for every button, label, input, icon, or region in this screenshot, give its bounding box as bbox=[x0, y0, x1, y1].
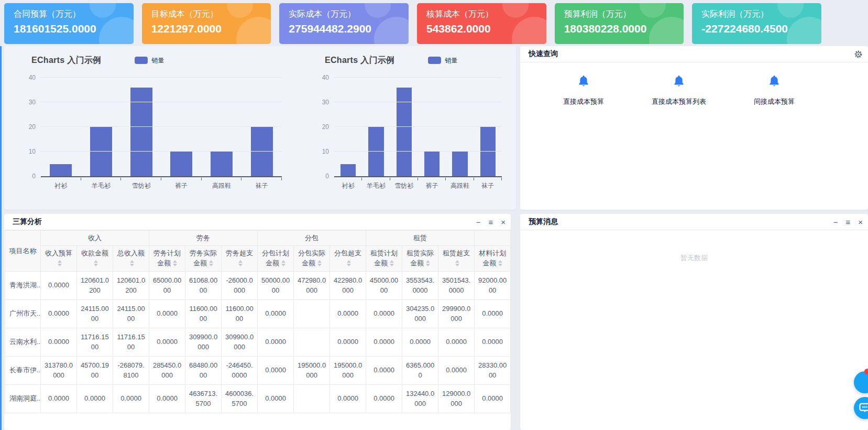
kpi-card-value: -227224680.4500 bbox=[701, 23, 821, 35]
sort-icon[interactable] bbox=[173, 258, 177, 268]
quick-query-items: 直接成本预算直接成本预算列表间接成本预算 bbox=[520, 62, 868, 106]
bar[interactable] bbox=[251, 127, 273, 176]
column-header[interactable]: 分包计划金额 bbox=[258, 245, 294, 271]
bar[interactable] bbox=[452, 152, 467, 176]
chart-title: ECharts 入门示例 bbox=[31, 55, 101, 66]
bar[interactable] bbox=[170, 152, 192, 176]
x-tick-label: 高跟鞋 bbox=[446, 178, 474, 189]
kpi-card-title: 实际利润（万元） bbox=[701, 9, 821, 20]
legend-item[interactable]: 销量 bbox=[135, 56, 164, 65]
column-header[interactable]: 总收入额 bbox=[113, 245, 149, 271]
table-cell: 11600.0000 bbox=[222, 299, 258, 328]
bar[interactable] bbox=[424, 152, 440, 176]
table-row[interactable]: 青海洪湖...0.0000120601.0200120601.020065000… bbox=[5, 271, 511, 299]
messages-panel: 预算消息 −≡× 暂无数据 bbox=[520, 214, 868, 430]
menu-icon[interactable]: ≡ bbox=[488, 218, 493, 226]
table-cell: 0.0000 bbox=[258, 384, 294, 413]
sort-icon[interactable] bbox=[238, 258, 243, 268]
minimize-icon[interactable]: − bbox=[833, 218, 838, 226]
window-controls: −≡× bbox=[833, 218, 863, 226]
bar[interactable] bbox=[397, 88, 412, 176]
column-header[interactable]: 劳务实际金额 bbox=[185, 245, 222, 271]
table-cell: 422980.0000 bbox=[330, 271, 366, 299]
bell-icon bbox=[578, 80, 589, 89]
kpi-card-value: 1221297.0000 bbox=[151, 23, 271, 35]
y-tick-label: 40 bbox=[29, 74, 36, 81]
quick-query-item[interactable]: 直接成本预算 bbox=[536, 75, 631, 106]
sort-icon[interactable] bbox=[94, 258, 98, 268]
table-cell: 0.0000 bbox=[149, 299, 185, 328]
bar[interactable] bbox=[211, 152, 233, 176]
table-row[interactable]: 云南水利...0.000011716.150011716.15000.00003… bbox=[5, 328, 511, 356]
bar[interactable] bbox=[340, 164, 356, 177]
table-cell: -268079.8100 bbox=[113, 356, 149, 384]
gridline bbox=[334, 102, 502, 102]
minimize-icon[interactable]: − bbox=[476, 218, 481, 226]
y-tick-label: 10 bbox=[29, 148, 36, 155]
legend-label: 销量 bbox=[445, 56, 457, 65]
x-tick-label: 雪纺衫 bbox=[390, 178, 418, 189]
sort-icon[interactable] bbox=[317, 258, 322, 268]
bar[interactable] bbox=[90, 127, 112, 176]
table-row[interactable]: 湖南洞庭...0.00000.00000.00000.00004636713.5… bbox=[5, 384, 511, 413]
sort-icon[interactable] bbox=[347, 258, 351, 268]
table-cell: 0.0000 bbox=[41, 384, 77, 413]
sort-icon[interactable] bbox=[426, 258, 430, 268]
y-tick-label: 40 bbox=[322, 74, 329, 81]
x-tick-label: 衬衫 bbox=[41, 178, 81, 189]
analysis-panel: 三算分析 −≡× 项目名称收入劳务分包租赁收入预算收款金额总收入额劳务计划金额劳… bbox=[4, 214, 511, 430]
bar[interactable] bbox=[50, 164, 72, 177]
menu-icon[interactable]: ≡ bbox=[845, 218, 850, 226]
column-header[interactable]: 租赁计划金额 bbox=[366, 245, 402, 271]
kpi-card-title: 预算利润（万元） bbox=[564, 9, 684, 20]
column-header[interactable]: 劳务超支 bbox=[222, 245, 258, 271]
column-header[interactable]: 租赁超支 bbox=[438, 245, 475, 271]
kpi-card-value: 180380228.0000 bbox=[564, 23, 684, 35]
sort-icon[interactable] bbox=[498, 258, 502, 268]
table-cell: 0.0000 bbox=[366, 328, 402, 356]
table-cell: 61068.0000 bbox=[185, 271, 222, 299]
x-tick-label: 裤子 bbox=[418, 178, 446, 189]
sort-icon[interactable] bbox=[130, 258, 134, 268]
bar[interactable] bbox=[130, 88, 152, 176]
close-icon[interactable]: × bbox=[501, 218, 506, 226]
gridline bbox=[41, 102, 282, 102]
column-header[interactable]: 分包超支 bbox=[330, 245, 366, 271]
bar[interactable] bbox=[368, 127, 383, 176]
bar[interactable] bbox=[480, 127, 496, 176]
sort-icon[interactable] bbox=[390, 258, 394, 268]
table-cell: 0.0000 bbox=[475, 384, 511, 413]
column-header[interactable]: 材料计划金额 bbox=[475, 245, 511, 271]
legend-item[interactable]: 销量 bbox=[428, 56, 457, 65]
quick-query-item[interactable]: 间接成本预算 bbox=[727, 75, 822, 106]
gridline bbox=[41, 151, 282, 152]
quick-query-item-label: 直接成本预算列表 bbox=[631, 97, 727, 106]
x-tick-label: 高跟鞋 bbox=[202, 178, 242, 189]
table-row[interactable]: 长春市伊...313780.000045700.1900-268079.8100… bbox=[5, 356, 511, 384]
y-tick-label: 30 bbox=[322, 99, 329, 106]
table-cell: 0.0000 bbox=[41, 299, 77, 328]
column-group-header: 租赁 bbox=[366, 231, 475, 246]
sort-icon[interactable] bbox=[209, 258, 213, 268]
column-header[interactable]: 分包实际金额 bbox=[294, 245, 330, 271]
table-cell: 24115.0000 bbox=[113, 299, 149, 328]
table-cell: 0.0000 bbox=[41, 271, 77, 299]
table-cell: 309900.0000 bbox=[222, 328, 258, 356]
charts-panel: ECharts 入门示例 销量 010203040 衬衫羊毛衫雪纺衫裤子高跟鞋袜… bbox=[4, 46, 516, 210]
close-icon[interactable]: × bbox=[858, 218, 863, 226]
column-header[interactable]: 收入预算 bbox=[41, 245, 77, 271]
column-header[interactable]: 收款金额 bbox=[77, 245, 113, 271]
column-header[interactable]: 劳务计划金额 bbox=[149, 245, 185, 271]
table-cell: 92000.0000 bbox=[475, 271, 511, 299]
gear-icon[interactable] bbox=[854, 50, 863, 59]
sort-icon[interactable] bbox=[455, 258, 459, 268]
gridline bbox=[41, 126, 282, 127]
sort-icon[interactable] bbox=[58, 258, 62, 268]
table-row[interactable]: 广州市天...0.000024115.000024115.00000.00001… bbox=[5, 299, 511, 328]
sort-icon[interactable] bbox=[281, 258, 285, 268]
quick-query-item[interactable]: 直接成本预算列表 bbox=[631, 75, 727, 106]
column-header[interactable]: 租赁实际金额 bbox=[402, 245, 438, 271]
kpi-card-title: 核算成本（万元） bbox=[426, 9, 546, 20]
project-name-cell: 长春市伊... bbox=[5, 356, 41, 384]
x-axis-labels: 衬衫羊毛衫雪纺衫裤子高跟鞋袜子 bbox=[334, 178, 502, 189]
